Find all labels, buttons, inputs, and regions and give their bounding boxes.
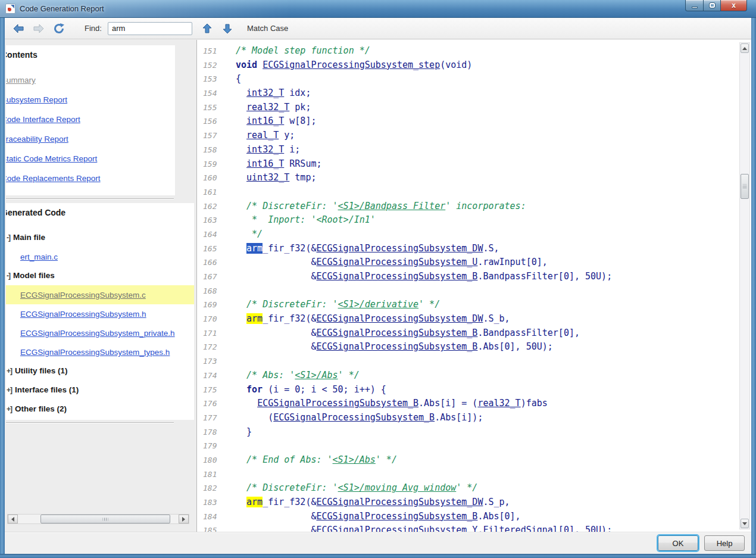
maximize-button[interactable] (704, 0, 721, 11)
code-text: ECGSignalProcessingSubsystem_B.Abs[i] = … (222, 397, 548, 411)
expand-icon[interactable]: +] (7, 367, 12, 375)
ok-button[interactable]: OK (658, 535, 698, 551)
tree-file-row: ECGSignalProcessingSubsystem_private.h (6, 323, 194, 342)
contents-link-static-code-metrics-report[interactable]: Static Code Metrics Report (6, 149, 175, 169)
code-text (222, 354, 236, 369)
code-line: 178 } (197, 425, 738, 439)
code-link[interactable]: real32_T (246, 102, 289, 113)
line-number: 176 (197, 397, 222, 411)
code-vertical-scrollbar[interactable] (739, 42, 750, 529)
code-link[interactable]: ECGSignalProcessingSubsystem_DW (316, 497, 483, 507)
horizontal-scroll-track[interactable] (18, 515, 179, 523)
sidebar-divider-bottom (6, 422, 174, 423)
file-link-ert-main-c[interactable]: ert_main.c (20, 252, 58, 261)
code-token: .S_b, (483, 313, 510, 324)
code-token: { (236, 73, 241, 84)
code-link[interactable]: ECGSignalProcessingSubsystem_B (316, 511, 477, 522)
code-link[interactable]: ECGSignalProcessingSubsystem_DW (316, 243, 483, 254)
file-link-ecgsignalprocessingsubsystem-types-h[interactable]: ECGSignalProcessingSubsystem_types.h (20, 348, 170, 357)
code-link[interactable]: ECGSignalProcessingSubsystem_step (263, 60, 440, 70)
code-token: (void) (440, 60, 472, 70)
tree-branch-model-files[interactable]: -]Model files (6, 266, 194, 285)
contents-link-summary[interactable]: Summary (6, 70, 175, 90)
file-link-ecgsignalprocessingsubsystem-c[interactable]: ECGSignalProcessingSubsystem.c (20, 291, 146, 300)
expand-icon[interactable]: +] (7, 386, 12, 394)
code-link[interactable]: int16_T (246, 116, 284, 126)
code-link[interactable]: uint32_T (246, 172, 289, 183)
code-token: /* DiscreteFir: ' (236, 482, 338, 493)
code-link[interactable]: ECGSignalProcessingSubsystem_U (316, 257, 477, 267)
code-lines[interactable]: 151/* Model step function */152void ECGS… (197, 40, 738, 532)
close-button[interactable]: x (721, 0, 747, 11)
file-link-ecgsignalprocessingsubsystem-private-h[interactable]: ECGSignalProcessingSubsystem_private.h (20, 329, 175, 338)
find-previous-button[interactable] (201, 22, 214, 35)
code-token: .S, (483, 243, 499, 254)
code-link[interactable]: ECGSignalProcessingSubsystem_B (257, 398, 418, 409)
comment-link[interactable]: <S1>/Bandpass Filter (338, 201, 446, 211)
code-link[interactable]: ECGSignalProcessingSubsystem_B (316, 271, 477, 282)
contents-link-code-interface-report[interactable]: Code Interface Report (6, 110, 175, 129)
expand-icon[interactable]: +] (7, 405, 12, 413)
line-number: 158 (197, 143, 222, 157)
code-text: /* DiscreteFir: '<S1>/Bandpass Filter' i… (222, 199, 526, 214)
vertical-scroll-thumb[interactable] (741, 174, 749, 199)
forward-button[interactable] (32, 22, 45, 35)
comment-link[interactable]: <S1>/Abs (295, 370, 338, 381)
find-input[interactable] (108, 22, 192, 35)
match-case-label[interactable]: Match Case (247, 24, 288, 33)
line-number: 184 (197, 510, 222, 524)
code-link[interactable]: real32_T (477, 398, 520, 409)
code-link[interactable]: int16_T (246, 158, 284, 169)
tree-branch-main-file[interactable]: -]Main file (6, 228, 194, 247)
code-link[interactable]: ECGSignalProcessingSubsystem_B (273, 412, 435, 423)
code-token: for (246, 384, 263, 395)
scroll-left-button[interactable] (8, 515, 18, 523)
help-button[interactable]: Help (704, 535, 745, 551)
collapse-icon[interactable]: -] (7, 272, 10, 280)
collapse-icon[interactable]: -] (7, 233, 10, 242)
code-line: 157 real_T y; (197, 129, 738, 143)
code-line: 176 ECGSignalProcessingSubsystem_B.Abs[i… (197, 397, 738, 411)
code-line: 171 &ECGSignalProcessingSubsystem_B.Band… (197, 326, 738, 341)
tree-file-row: ECGSignalProcessingSubsystem_types.h (6, 342, 194, 361)
contents-link-subsystem-report[interactable]: Subsystem Report (6, 90, 175, 110)
horizontal-scroll-thumb[interactable] (40, 515, 170, 523)
code-text: &ECGSignalProcessingSubsystem_B.Bandpass… (222, 326, 580, 341)
code-text: for (i = 0; i < 50; i++) { (222, 383, 386, 397)
line-number: 163 (197, 213, 222, 227)
tree-file-row: ECGSignalProcessingSubsystem.h (6, 304, 194, 323)
comment-link[interactable]: <S1>/Abs (333, 454, 376, 465)
line-number: 185 (197, 523, 222, 532)
refresh-button[interactable] (52, 22, 65, 35)
contents-link-code-replacements-report[interactable]: Code Replacements Report (6, 169, 175, 188)
scroll-down-button[interactable] (741, 519, 749, 528)
tree-branch-other-files-2[interactable]: +]Other files (2) (6, 400, 194, 419)
tree-branch-interface-files-1[interactable]: +]Interface files (1) (6, 381, 194, 400)
sidebar-horizontal-scrollbar[interactable] (7, 514, 189, 524)
code-link[interactable]: ECGSignalProcessingSubsystem_DW (316, 313, 483, 324)
minimize-button[interactable] (685, 0, 704, 11)
code-link[interactable]: int32_T (246, 88, 284, 98)
generated-code-panel: Generated Code -]Main fileert_main.c-]Mo… (6, 203, 194, 420)
find-next-button[interactable] (221, 22, 234, 35)
code-link[interactable]: ECGSignalProcessingSubsystem_B (316, 328, 477, 338)
contents-link-traceability-report[interactable]: Traceability Report (6, 129, 175, 149)
code-link[interactable]: int32_T (246, 144, 284, 155)
code-line: 182 /* DiscreteFir: '<S1>/moving Avg win… (197, 481, 738, 495)
comment-link[interactable]: <S1>/moving Avg window (338, 482, 457, 493)
code-line: 151/* Model step function */ (197, 44, 738, 58)
code-token (236, 172, 246, 183)
code-link[interactable]: real_T (246, 130, 279, 141)
code-link[interactable]: ECGSignalProcessingSubsystem_B (316, 341, 477, 352)
code-token: ' */ (456, 482, 477, 493)
code-token: w[8]; (284, 116, 316, 126)
code-link[interactable]: ECGSignalProcessingSubsystem_Y (316, 525, 477, 532)
comment-link[interactable]: <S1>/derivative (338, 299, 418, 310)
scroll-right-button[interactable] (179, 515, 189, 523)
line-number: 174 (197, 369, 222, 383)
tree-branch-utility-files-1[interactable]: +]Utility files (1) (6, 361, 194, 381)
file-link-ecgsignalprocessingsubsystem-h[interactable]: ECGSignalProcessingSubsystem.h (20, 310, 146, 319)
scroll-up-button[interactable] (741, 43, 749, 53)
code-text (222, 284, 236, 298)
back-button[interactable] (12, 22, 25, 35)
